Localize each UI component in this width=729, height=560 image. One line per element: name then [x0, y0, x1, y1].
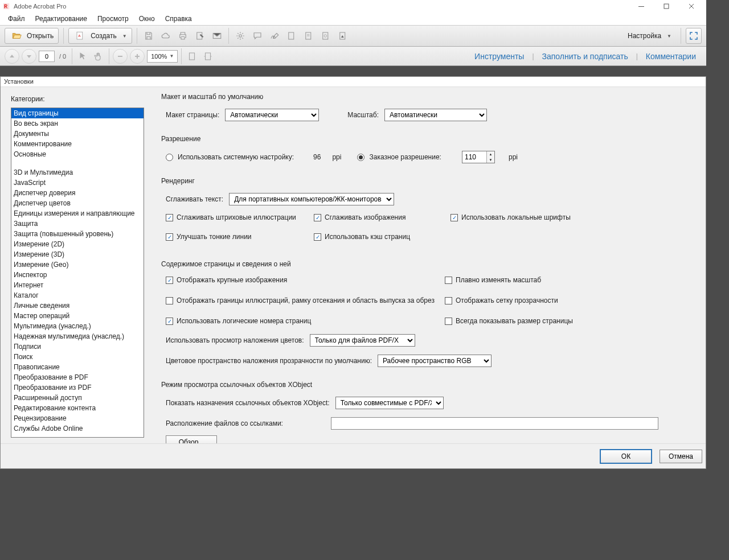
page-layout-select[interactable]: Автоматически	[225, 109, 319, 121]
page-up-icon[interactable]	[5, 49, 19, 64]
doc-c-icon[interactable]	[319, 29, 333, 43]
smooth-zoom-checkbox[interactable]	[445, 277, 452, 284]
category-item[interactable]: Подписи	[11, 341, 144, 352]
fill-sign-link[interactable]: Заполнить и подписать	[536, 52, 634, 61]
zoom-combo[interactable]: 100%▼	[147, 50, 178, 63]
category-item[interactable]: JavaScript	[11, 178, 144, 188]
close-button[interactable]	[679, 0, 704, 13]
comment-icon[interactable]	[251, 29, 264, 43]
open-button[interactable]: Открыть	[5, 28, 59, 44]
category-item[interactable]: Личные сведения	[11, 300, 144, 311]
category-item[interactable]: Надежная мультимедиа (унаслед.)	[11, 331, 144, 341]
cloud-icon[interactable]	[159, 29, 173, 43]
cancel-button[interactable]: Отмена	[660, 450, 702, 463]
category-item[interactable]: Комментирование	[11, 139, 144, 149]
category-item[interactable]: Измерение (3D)	[11, 249, 144, 260]
cursor-icon[interactable]	[76, 50, 89, 63]
category-item[interactable]: Преобразование в PDF	[11, 372, 144, 382]
category-item[interactable]: Правописание	[11, 362, 144, 372]
tools-link[interactable]: Инструменты	[469, 52, 530, 61]
category-item[interactable]: Во весь экран	[11, 118, 144, 129]
browse-button[interactable]: Обзор...	[166, 435, 217, 443]
minimize-button[interactable]	[629, 0, 654, 13]
overprint-select[interactable]: Только для файлов PDF/X	[310, 334, 415, 347]
gear-icon[interactable]	[234, 29, 247, 43]
xobject-show-select[interactable]: Только совместимые с PDF/X-5	[335, 397, 444, 409]
category-item[interactable]: Документы	[11, 129, 144, 139]
category-item[interactable]: Защита	[11, 219, 144, 229]
doc-a-icon[interactable]	[285, 29, 298, 43]
fit-width-icon[interactable]	[201, 50, 215, 63]
group-xobject-title: Режим просмотра ссылочных объектов XObje…	[161, 381, 706, 389]
menu-edit[interactable]: Редактирование	[31, 14, 92, 24]
category-item[interactable]: Вид страницы	[11, 108, 144, 118]
save-icon[interactable]	[142, 29, 155, 43]
thin-lines-checkbox[interactable]: ✓	[166, 233, 173, 241]
doc-b-icon[interactable]	[302, 29, 316, 43]
category-item[interactable]: Диспетчер доверия	[11, 188, 144, 198]
system-resolution-radio[interactable]	[166, 154, 173, 161]
category-item[interactable]: Службы Adobe Online	[11, 423, 144, 434]
smooth-text-select[interactable]: Для портативных компьютеров/ЖК-мониторов	[229, 193, 394, 205]
xobject-show-label: Показать назначения ссылочных объектов X…	[166, 399, 330, 407]
navigation-toolbar: / 0 100%▼ Инструменты | Заполнить и подп…	[0, 47, 706, 66]
comments-link[interactable]: Комментарии	[640, 52, 702, 61]
always-show-page-size-checkbox[interactable]	[445, 318, 452, 325]
category-item[interactable]: Рецензирование	[11, 413, 144, 423]
print-icon[interactable]	[176, 29, 190, 43]
smooth-images-checkbox[interactable]: ✓	[314, 214, 321, 221]
category-item[interactable]: Защита (повышенный уровень)	[11, 229, 144, 239]
transparency-grid-checkbox[interactable]	[445, 297, 452, 304]
art-boxes-checkbox[interactable]	[166, 297, 173, 304]
create-button[interactable]: A Создать ▼	[68, 28, 132, 44]
category-item[interactable]: Инспектор	[11, 270, 144, 280]
xobject-location-input[interactable]	[331, 417, 658, 430]
category-item[interactable]: Измерение (Geo)	[11, 260, 144, 270]
hand-icon[interactable]	[92, 50, 105, 63]
category-item[interactable]: Поиск	[11, 352, 144, 362]
maximize-button[interactable]	[654, 0, 679, 13]
logical-page-numbers-checkbox[interactable]: ✓	[166, 318, 173, 325]
colorspace-select[interactable]: Рабочее пространство RGB	[378, 355, 492, 367]
spinner-down-icon[interactable]: ▼	[487, 157, 494, 163]
zoom-select[interactable]: Автоматически	[384, 109, 487, 121]
category-item[interactable]: 3D и Мультимедиа	[11, 167, 144, 178]
smooth-line-art-checkbox[interactable]: ✓	[166, 214, 173, 221]
menu-file[interactable]: Файл	[3, 14, 30, 24]
mail-icon[interactable]	[210, 29, 224, 43]
doc-d-icon[interactable]	[336, 29, 350, 43]
menu-view[interactable]: Просмотр	[93, 14, 133, 24]
page-number-input[interactable]	[39, 51, 55, 62]
category-item[interactable]: Каталог	[11, 290, 144, 300]
resolution-spinner[interactable]: ▲ ▼	[462, 151, 495, 163]
menu-window[interactable]: Окно	[134, 14, 159, 24]
category-item[interactable]: Мастер операций	[11, 311, 144, 321]
category-item[interactable]: Расширенный доступ	[11, 393, 144, 403]
fit-page-icon[interactable]	[185, 50, 199, 63]
menu-help[interactable]: Справка	[161, 14, 196, 24]
page-cache-checkbox[interactable]: ✓	[314, 233, 321, 241]
category-item[interactable]: Редактирование контента	[11, 403, 144, 413]
categories-list[interactable]: Вид страницыВо весь экранДокументыКоммен…	[11, 108, 144, 438]
category-item[interactable]: Интернет	[11, 280, 144, 290]
category-item[interactable]: Измерение (2D)	[11, 239, 144, 249]
fullscreen-icon[interactable]	[686, 28, 702, 44]
zoom-in-icon[interactable]	[130, 49, 145, 64]
page-down-icon[interactable]	[22, 49, 36, 64]
resolution-input[interactable]	[462, 151, 486, 163]
zoom-out-icon[interactable]	[113, 49, 128, 64]
local-fonts-checkbox[interactable]: ✓	[450, 214, 458, 221]
ok-button[interactable]: ОК	[600, 450, 652, 463]
category-item[interactable]: Единицы измерения и направляющие	[11, 208, 144, 219]
category-item[interactable]: Основные	[11, 149, 144, 159]
custom-resolution-radio[interactable]	[357, 154, 364, 161]
customize-button[interactable]: Настройка ▼	[623, 28, 676, 44]
spinner-up-icon[interactable]: ▲	[487, 151, 494, 157]
edit-doc-icon[interactable]	[193, 29, 207, 43]
sign-icon[interactable]	[268, 29, 281, 43]
app-title: Adobe Acrobat Pro	[14, 3, 66, 10]
category-item[interactable]: Диспетчер цветов	[11, 198, 144, 208]
category-item[interactable]: Преобразование из PDF	[11, 382, 144, 393]
large-images-checkbox[interactable]: ✓	[166, 277, 173, 284]
category-item[interactable]: Мультимедиа (унаслед.)	[11, 321, 144, 331]
